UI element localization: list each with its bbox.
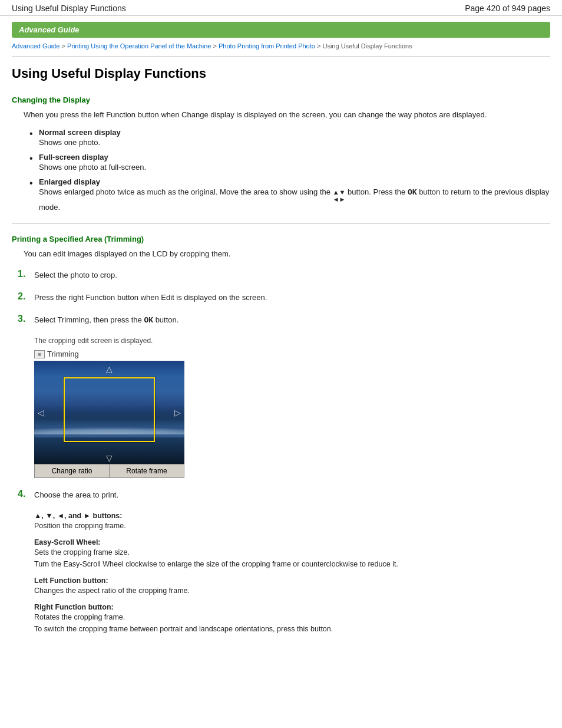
divider: [12, 223, 550, 224]
breadcrumb-photo-printing[interactable]: Photo Printing from Printed Photo: [219, 42, 315, 50]
detail-text-left-fn: Changes the aspect ratio of the cropping…: [34, 587, 190, 595]
step-1: 1. Select the photo to crop.: [18, 269, 550, 282]
trimming-icon: ⊞: [34, 350, 45, 358]
ok-badge: OK: [408, 188, 417, 197]
arrow-right-icon: ▷: [174, 408, 181, 417]
trimming-label: Trimming: [47, 350, 79, 358]
rotate-frame-button[interactable]: Rotate frame: [110, 465, 184, 477]
trimming-frame: △ ◁ ▷ ▽ Change ratio Rotate frame: [34, 361, 184, 478]
section1-intro: When you press the left Function button …: [24, 109, 550, 121]
change-ratio-button[interactable]: Change ratio: [35, 465, 110, 477]
step4-detail: ▲, ▼, ◄, and ► buttons: Position the cro…: [34, 511, 550, 635]
trimming-container: ⊞ Trimming △ ◁ ▷ ▽: [34, 350, 550, 478]
detail-text-wheel: Sets the cropping frame size.Turn the Ea…: [34, 548, 398, 568]
breadcrumb-advanced-guide[interactable]: Advanced Guide: [12, 42, 59, 50]
detail-row-arrows: ▲, ▼, ◄, and ► buttons: Position the cro…: [34, 511, 550, 532]
arrow-symbols-enlarged: ▲▼◄►: [333, 189, 346, 203]
breadcrumb-printing-panel[interactable]: Printing Using the Operation Panel of th…: [67, 42, 211, 50]
step-3: 3. Select Trimming, then press the OK bu…: [18, 314, 550, 327]
detail-label-right-fn: Right Function button:: [34, 603, 114, 611]
step-text-4: Choose the area to print.: [34, 489, 550, 502]
section2-intro: You can edit images displayed on the LCD…: [24, 248, 550, 261]
detail-row-left-fn: Left Function button: Changes the aspect…: [34, 576, 550, 597]
main-content: Using Useful Display Functions Changing …: [12, 57, 550, 635]
step-2: 2. Press the right Function button when …: [18, 291, 550, 304]
ok-badge-step3: OK: [144, 316, 153, 325]
banner-label: Advanced Guide: [19, 25, 80, 34]
green-banner: Advanced Guide: [12, 22, 550, 38]
detail-label-wheel: Easy-Scroll Wheel:: [34, 538, 101, 546]
detail-row-right-fn: Right Function button: Rotates the cropp…: [34, 602, 550, 635]
arrow-left-icon: ◁: [38, 408, 44, 417]
list-item: Normal screen display Shows one photo.: [29, 128, 550, 147]
bullet-desc-fullscreen: Shows one photo at full-screen.: [39, 163, 550, 172]
arrow-up-icon: △: [106, 364, 113, 374]
page-title: Using Useful Display Functions: [12, 66, 550, 84]
bullet-label-enlarged: Enlarged display: [39, 177, 100, 186]
trimming-buttons: Change ratio Rotate frame: [34, 464, 184, 478]
detail-label-arrows: ▲, ▼, ◄, and ► buttons:: [34, 512, 122, 520]
bullet-label-normal: Normal screen display: [39, 128, 121, 137]
page-info: Page 420 of 949 pages: [465, 4, 550, 13]
section1-heading: Changing the Display: [12, 95, 550, 104]
list-item: Full-screen display Shows one photo at f…: [29, 153, 550, 172]
step-number-1: 1.: [18, 269, 34, 279]
step-number-3: 3.: [18, 314, 34, 324]
step-number-2: 2.: [18, 291, 34, 302]
step-text-3: Select Trimming, then press the OK butto…: [34, 314, 550, 327]
step3-sub: The cropping edit screen is displayed.: [34, 337, 550, 345]
step-number-4: 4.: [18, 489, 34, 499]
step-text-2: Press the right Function button when Edi…: [34, 291, 550, 304]
detail-text-right-fn: Rotates the cropping frame.To switch the…: [34, 613, 333, 633]
bullet-desc-normal: Shows one photo.: [39, 138, 550, 147]
step-list: 1. Select the photo to crop. 2. Press th…: [18, 269, 550, 635]
section2-heading: Printing a Specified Area (Trimming): [12, 235, 550, 243]
list-item: Enlarged display Shows enlarged photo tw…: [29, 177, 550, 212]
top-bar: Using Useful Display Functions Page 420 …: [0, 0, 562, 16]
bullet-desc-enlarged: Shows enlarged photo twice as much as th…: [39, 187, 550, 212]
top-bar-title: Using Useful Display Functions: [12, 4, 126, 13]
trimming-label-row: ⊞ Trimming: [34, 350, 550, 358]
trimming-image-bg: △ ◁ ▷ ▽: [34, 361, 184, 464]
crop-box: [64, 377, 155, 442]
bullet-list: Normal screen display Shows one photo. F…: [29, 128, 550, 212]
step-4: 4. Choose the area to print.: [18, 489, 550, 502]
detail-text-arrows: Position the cropping frame.: [34, 522, 126, 530]
arrow-down-icon: ▽: [106, 453, 113, 463]
detail-label-left-fn: Left Function button:: [34, 577, 108, 585]
bullet-label-fullscreen: Full-screen display: [39, 153, 108, 162]
detail-row-wheel: Easy-Scroll Wheel: Sets the cropping fra…: [34, 538, 550, 570]
step-text-1: Select the photo to crop.: [34, 269, 550, 282]
breadcrumb: Advanced Guide > Printing Using the Oper…: [12, 41, 550, 57]
